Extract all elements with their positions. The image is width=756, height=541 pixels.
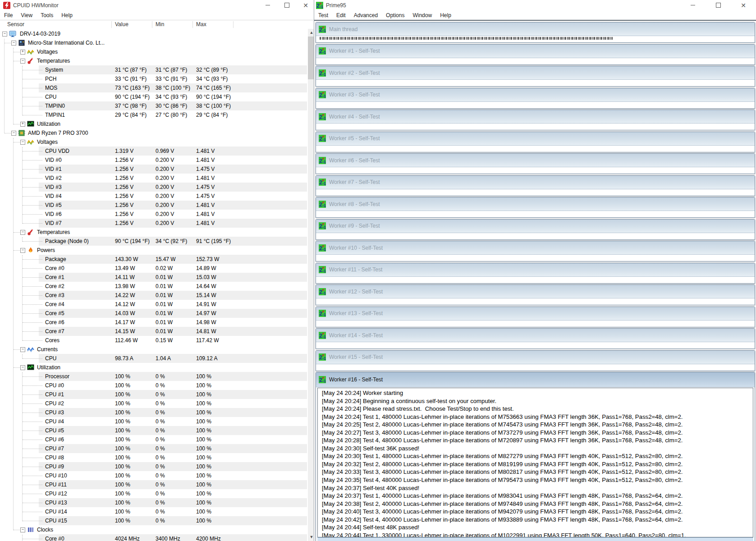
tree-row-core-2[interactable]: Core #213.98 W0.01 W14.64 W: [0, 282, 308, 291]
menu-item-tools[interactable]: Tools: [37, 12, 57, 18]
child-titlebar[interactable]: 2P-1Worker #3 - Self-Test: [316, 88, 755, 102]
collapse-toggle[interactable]: −: [20, 140, 25, 145]
child-titlebar[interactable]: 2P-1Worker #1 - Self-Test: [316, 45, 755, 58]
collapse-toggle[interactable]: −: [20, 248, 25, 253]
child-titlebar[interactable]: 2P-1Worker #7 - Self-Test: [316, 176, 755, 189]
tree-row-vid-2[interactable]: VID #21.256 V0.200 V1.481 V: [0, 174, 308, 183]
collapse-toggle[interactable]: −: [20, 347, 25, 352]
child-titlebar[interactable]: 2P-1Worker #4 - Self-Test: [316, 110, 755, 124]
tree-row-cpu-vdd[interactable]: CPU VDD1.319 V0.969 V1.481 V: [0, 147, 308, 156]
menu-item-file[interactable]: File: [0, 12, 17, 18]
menu-item-advanced[interactable]: Advanced: [350, 12, 382, 18]
column-header-min[interactable]: Min: [156, 21, 164, 28]
collapse-toggle[interactable]: −: [20, 365, 25, 370]
child-titlebar[interactable]: 2P-1Worker #13 - Self-Test: [316, 307, 755, 321]
collapse-toggle[interactable]: −: [20, 527, 25, 532]
tree-row-cpu-10[interactable]: CPU #10100 %0 %100 %: [0, 471, 308, 480]
tree-row-core-0[interactable]: Core #013.49 W0.02 W14.89 W: [0, 264, 308, 273]
tree-row-currents[interactable]: −Currents: [0, 345, 308, 354]
column-header-max[interactable]: Max: [196, 21, 206, 28]
tree-row-cpu-2[interactable]: CPU #2100 %0 %100 %: [0, 399, 308, 408]
tree-row-core-3[interactable]: Core #314.22 W0.01 W15.14 W: [0, 291, 308, 300]
menu-item-help[interactable]: Help: [57, 12, 77, 18]
tree-row-cpu-6[interactable]: CPU #6100 %0 %100 %: [0, 435, 308, 444]
tree-row-vid-6[interactable]: VID #61.256 V0.200 V1.481 V: [0, 210, 308, 219]
tree-row-cpu[interactable]: CPU98.73 A1.04 A109.12 A: [0, 354, 308, 363]
tree-row-voltages[interactable]: +Voltages: [0, 47, 308, 56]
tree-row-mos[interactable]: MOS73 °C (163 °F)38 °C (100 °F)74 °C (16…: [0, 83, 308, 92]
tree-row-temperatures[interactable]: −Temperatures: [0, 228, 308, 237]
child-titlebar[interactable]: 2P-1Worker #6 - Self-Test: [316, 154, 755, 167]
tree-row-core-4[interactable]: Core #414.12 W0.01 W14.91 W: [0, 300, 308, 309]
tree-row-vid-3[interactable]: VID #31.256 V0.200 V1.475 V: [0, 183, 308, 192]
hwmonitor-maximize-button[interactable]: [283, 1, 291, 9]
tree-row-vid-0[interactable]: VID #01.256 V0.200 V1.481 V: [0, 156, 308, 165]
tree-row-tmpin1[interactable]: TMPIN129 °C (84 °F)27 °C (80 °F)29 °C (8…: [0, 110, 308, 119]
tree-row-cores[interactable]: Cores112.46 W0.15 W117.42 W: [0, 336, 308, 345]
tree-row-core-7[interactable]: Core #714.15 W0.01 W14.81 W: [0, 327, 308, 336]
tree-row-cpu-0[interactable]: CPU #0100 %0 %100 %: [0, 381, 308, 390]
menu-item-help[interactable]: Help: [436, 12, 455, 18]
expand-toggle[interactable]: +: [20, 122, 25, 127]
tree-row-utilization[interactable]: −Utilization: [0, 363, 308, 372]
tree-row-vid-7[interactable]: VID #71.256 V0.200 V1.481 V: [0, 219, 308, 228]
tree-row-vid-1[interactable]: VID #11.256 V0.200 V1.475 V: [0, 165, 308, 174]
tree-row-core-6[interactable]: Core #614.17 W0.01 W14.98 W: [0, 318, 308, 327]
child-titlebar[interactable]: 2P-1Worker #11 - Self-Test: [316, 263, 755, 277]
child-titlebar[interactable]: 2P-1Worker #15 - Self-Test: [316, 351, 755, 364]
menu-item-test[interactable]: Test: [314, 12, 332, 18]
tree-row-package-node-0-[interactable]: Package (Node 0)90 °C (194 °F)34 °C (92 …: [0, 237, 308, 246]
tree-row-clocks[interactable]: −Clocks: [0, 525, 308, 534]
prime95-titlebar[interactable]: 2P-1 Prime95 ✕: [314, 0, 756, 10]
column-header-value[interactable]: Value: [115, 21, 128, 28]
menu-item-window[interactable]: Window: [408, 12, 436, 18]
prime95-minimize-button[interactable]: [689, 1, 697, 9]
collapse-toggle[interactable]: −: [20, 59, 25, 64]
expand-toggle[interactable]: +: [20, 50, 25, 55]
column-header-sensor[interactable]: Sensor: [7, 21, 24, 28]
child-titlebar[interactable]: 2P-1Main thread: [316, 23, 755, 36]
tree-row-cpu-1[interactable]: CPU #1100 %0 %100 %: [0, 390, 308, 399]
collapse-toggle[interactable]: −: [2, 32, 7, 37]
tree-row-temperatures[interactable]: −Temperatures: [0, 56, 308, 65]
tree-row-cpu-11[interactable]: CPU #11100 %0 %100 %: [0, 480, 308, 489]
tree-row-voltages[interactable]: −Voltages: [0, 138, 308, 147]
tree-row-cpu-13[interactable]: CPU #13100 %0 %100 %: [0, 498, 308, 507]
hwmonitor-minimize-button[interactable]: [264, 1, 272, 9]
hwmonitor-sensor-tree[interactable]: −DRV-14-03-2019−Micro-Star International…: [0, 29, 308, 541]
tree-row-cpu-3[interactable]: CPU #3100 %0 %100 %: [0, 408, 308, 417]
tree-row-cpu-7[interactable]: CPU #7100 %0 %100 %: [0, 444, 308, 453]
tree-row-cpu-15[interactable]: CPU #15100 %0 %100 %: [0, 516, 308, 525]
tree-row-processor[interactable]: Processor100 %0 %100 %: [0, 372, 308, 381]
tree-row-core-1[interactable]: Core #114.11 W0.01 W15.03 W: [0, 273, 308, 282]
menu-item-edit[interactable]: Edit: [332, 12, 350, 18]
hwmonitor-column-header[interactable]: SensorValueMinMax: [0, 20, 308, 29]
child-titlebar[interactable]: 2P-1Worker #8 - Self-Test: [316, 197, 755, 211]
collapse-toggle[interactable]: −: [11, 131, 16, 136]
child-titlebar[interactable]: 2P-1Worker #12 - Self-Test: [316, 285, 755, 298]
menu-item-view[interactable]: View: [17, 12, 37, 18]
tree-row-system[interactable]: System31 °C (87 °F)31 °C (87 °F)32 °C (8…: [0, 65, 308, 74]
tree-row-cpu-8[interactable]: CPU #8100 %0 %100 %: [0, 453, 308, 462]
child-titlebar[interactable]: 2P-1Worker #10 - Self-Test: [316, 241, 755, 255]
collapse-toggle[interactable]: −: [11, 41, 16, 46]
tree-row-core-0[interactable]: Core #04024 MHz3400 MHz4200 MHz: [0, 534, 308, 541]
tree-row-micro-star-international-co-lt-[interactable]: −Micro-Star International Co. Lt...: [0, 38, 308, 47]
tree-row-pch[interactable]: PCH33 °C (91 °F)33 °C (91 °F)34 °C (93 °…: [0, 74, 308, 83]
prime95-maximize-button[interactable]: [714, 1, 722, 9]
tree-row-cpu-14[interactable]: CPU #14100 %0 %100 %: [0, 507, 308, 516]
tree-row-cpu-5[interactable]: CPU #5100 %0 %100 %: [0, 426, 308, 435]
tree-row-powers[interactable]: −Powers: [0, 246, 308, 255]
child-titlebar[interactable]: 2P-1Worker #14 - Self-Test: [316, 329, 755, 342]
hwmonitor-close-button[interactable]: ✕: [302, 1, 310, 9]
tree-row-utilization[interactable]: +Utilization: [0, 119, 308, 128]
tree-row-vid-5[interactable]: VID #51.256 V0.200 V1.481 V: [0, 201, 308, 210]
tree-row-cpu[interactable]: CPU90 °C (194 °F)34 °C (93 °F)90 °C (194…: [0, 92, 308, 101]
child-titlebar[interactable]: 2P-1Worker #5 - Self-Test: [316, 132, 755, 146]
tree-row-amd-ryzen-7-pro-3700[interactable]: −AMD Ryzen 7 PRO 3700: [0, 128, 308, 138]
hwmonitor-titlebar[interactable]: CPUID HWMonitor ✕: [0, 0, 315, 10]
tree-row-tmpin0[interactable]: TMPIN037 °C (98 °F)30 °C (86 °F)38 °C (1…: [0, 101, 308, 110]
collapse-toggle[interactable]: −: [20, 230, 25, 235]
tree-row-cpu-9[interactable]: CPU #9100 %0 %100 %: [0, 462, 308, 471]
tree-row-cpu-4[interactable]: CPU #4100 %0 %100 %: [0, 417, 308, 426]
